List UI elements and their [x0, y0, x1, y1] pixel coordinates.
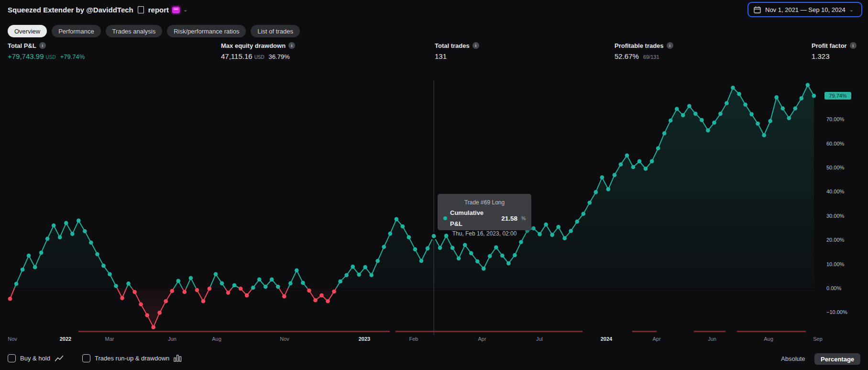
trade-point[interactable]	[806, 83, 810, 87]
trade-point[interactable]	[743, 102, 747, 107]
buy-and-hold-checkbox[interactable]	[8, 354, 16, 362]
trade-point[interactable]	[157, 311, 162, 315]
trade-point[interactable]	[151, 325, 155, 329]
trade-point[interactable]	[251, 286, 255, 290]
trade-point[interactable]	[220, 281, 224, 286]
trade-point[interactable]	[793, 106, 797, 111]
trade-point[interactable]	[245, 293, 249, 298]
trade-point[interactable]	[656, 146, 660, 150]
trade-point[interactable]	[774, 95, 779, 100]
trade-point[interactable]	[395, 217, 399, 222]
trade-point[interactable]	[482, 267, 486, 271]
trade-point[interactable]	[650, 159, 654, 164]
percentage-button[interactable]: Percentage	[814, 353, 860, 365]
trade-point[interactable]	[700, 118, 704, 122]
trade-point[interactable]	[189, 276, 193, 280]
trade-point[interactable]	[288, 281, 293, 286]
trade-point[interactable]	[463, 243, 467, 247]
trade-point[interactable]	[594, 190, 598, 194]
trade-point[interactable]	[768, 119, 772, 123]
trade-point[interactable]	[363, 265, 367, 269]
trade-point[interactable]	[382, 245, 386, 249]
trade-point[interactable]	[114, 284, 118, 288]
trade-point[interactable]	[749, 112, 754, 116]
trade-point[interactable]	[531, 226, 536, 231]
trade-point[interactable]	[8, 297, 12, 301]
trades-runup-checkbox[interactable]	[82, 354, 90, 362]
trade-point[interactable]	[264, 285, 268, 289]
trade-point[interactable]	[519, 240, 523, 244]
trade-point[interactable]	[338, 280, 342, 284]
trade-point[interactable]	[600, 175, 604, 179]
trade-point[interactable]	[506, 261, 511, 266]
trade-point[interactable]	[800, 96, 804, 101]
trade-point[interactable]	[388, 232, 393, 236]
trade-point[interactable]	[39, 251, 44, 255]
trade-point[interactable]	[494, 246, 498, 250]
trade-point[interactable]	[762, 133, 766, 137]
trade-point[interactable]	[500, 254, 505, 258]
trade-point[interactable]	[407, 235, 411, 239]
trade-point[interactable]	[176, 279, 181, 283]
trade-point[interactable]	[375, 259, 380, 263]
trades-runup-drawdown-toggle[interactable]: Trades run-up & drawdown	[82, 354, 182, 362]
trade-point[interactable]	[613, 173, 617, 177]
trade-point[interactable]	[569, 229, 573, 233]
trade-point[interactable]	[475, 259, 480, 264]
trade-point[interactable]	[232, 283, 237, 288]
trade-point[interactable]	[58, 235, 62, 239]
trade-point[interactable]	[319, 293, 324, 298]
trade-point[interactable]	[662, 131, 667, 135]
cumulative-pnl-chart[interactable]: 70.00%60.00%50.00%40.00%30.00%20.00%10.0…	[0, 0, 868, 370]
trade-point[interactable]	[469, 251, 473, 256]
trade-point[interactable]	[83, 229, 87, 234]
trade-point[interactable]	[89, 240, 93, 245]
trade-point[interactable]	[538, 232, 542, 236]
trade-point[interactable]	[214, 272, 218, 276]
trade-point[interactable]	[631, 165, 636, 169]
trade-point[interactable]	[257, 278, 262, 282]
trade-point[interactable]	[725, 101, 729, 105]
trade-point[interactable]	[457, 257, 461, 261]
trade-point[interactable]	[681, 113, 685, 117]
trade-point[interactable]	[419, 259, 424, 263]
trade-point[interactable]	[706, 128, 710, 133]
trade-point[interactable]	[413, 247, 418, 252]
trade-point[interactable]	[737, 92, 741, 96]
trade-point[interactable]	[120, 296, 124, 300]
trade-point[interactable]	[450, 246, 455, 250]
trade-point[interactable]	[126, 281, 131, 286]
trade-point[interactable]	[544, 223, 548, 227]
trade-point[interactable]	[637, 159, 642, 164]
trade-point[interactable]	[70, 232, 75, 236]
trade-point[interactable]	[45, 236, 50, 241]
trade-point[interactable]	[575, 220, 579, 224]
trade-point[interactable]	[332, 290, 336, 294]
trade-point[interactable]	[581, 212, 585, 216]
trade-point[interactable]	[301, 281, 305, 285]
trade-point[interactable]	[812, 94, 816, 98]
trade-point[interactable]	[132, 290, 137, 294]
trade-point[interactable]	[64, 221, 68, 225]
trade-point[interactable]	[21, 268, 25, 272]
trade-point[interactable]	[669, 118, 673, 123]
trade-point[interactable]	[195, 288, 199, 292]
trade-point[interactable]	[326, 299, 330, 303]
trade-point[interactable]	[183, 290, 187, 294]
trade-point[interactable]	[675, 107, 679, 111]
trade-point[interactable]	[644, 167, 648, 171]
trade-point[interactable]	[101, 264, 106, 268]
trade-point[interactable]	[357, 272, 361, 277]
trade-point[interactable]	[270, 278, 274, 282]
trade-point[interactable]	[556, 225, 560, 229]
trade-point[interactable]	[619, 162, 623, 167]
buy-and-hold-label[interactable]: Buy & hold	[20, 355, 50, 362]
trade-point[interactable]	[687, 104, 692, 108]
trade-point[interactable]	[77, 219, 81, 223]
trades-runup-label[interactable]: Trades run-up & drawdown	[95, 355, 169, 362]
trade-point[interactable]	[369, 273, 374, 277]
trade-point[interactable]	[313, 298, 318, 303]
trade-point[interactable]	[95, 252, 99, 257]
trade-point[interactable]	[718, 112, 723, 116]
trade-point[interactable]	[625, 154, 629, 158]
